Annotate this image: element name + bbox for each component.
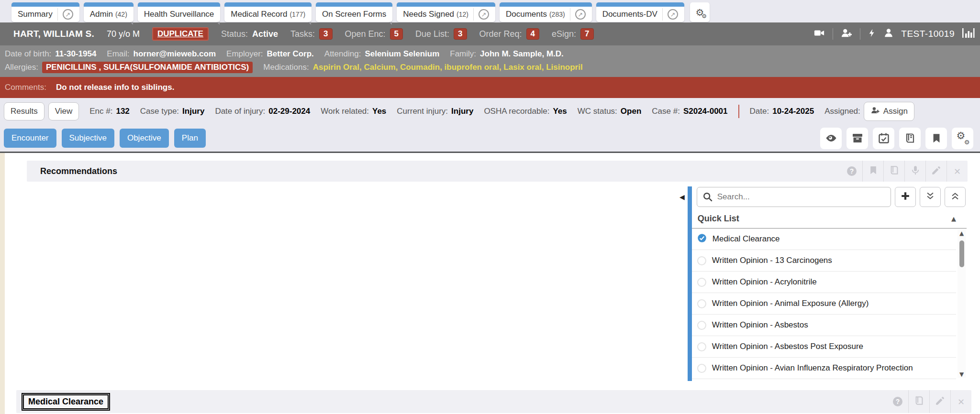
quick-list-panel: ◀ [679,186,967,381]
open-enc-badge[interactable]: 5 [390,28,403,40]
quick-list-header[interactable]: Quick List ▲ [692,210,967,229]
external-link-icon[interactable]: ↗ [473,8,489,21]
duplicate-flag[interactable]: DUPLICATE [152,27,209,41]
esign-badge[interactable]: 7 [580,28,593,40]
tab-label: Documents [506,10,547,19]
book-icon [914,395,924,408]
tab-label: Medical Record [231,10,287,19]
comments-bar: Comments: Do not release info to sibling… [0,77,980,98]
patient-age-sex: 70 y/o M [107,29,140,39]
flowsheet-chart-icon[interactable] [962,27,975,41]
edit-button[interactable] [929,390,950,413]
status-field: Status: Active [221,29,278,39]
order-req-badge[interactable]: 4 [526,28,539,40]
encounter-button[interactable]: Encounter [4,129,56,148]
encounter-nav-bar: Encounter Subjective Objective Plan [0,125,980,152]
external-link-icon[interactable]: ↗ [57,8,73,21]
edit-button[interactable] [925,161,947,182]
help-button[interactable]: ? [887,390,908,413]
tab-needs-signed[interactable]: Needs Signed (12) ↗ [397,2,495,22]
employer-value: Better Corp. [267,49,314,59]
collapse-section-icon[interactable]: ▲ [951,215,956,222]
medical-clearance-title[interactable]: Medical Clearance [23,394,109,409]
date-of-injury-field: Date of injury: 02-29-2024 [215,107,310,116]
medications-value[interactable]: Aspirin Oral, Calcium, Coumadin, ibuprof… [313,63,583,72]
list-item[interactable]: Written Opinion - Animal Exposure (Aller… [692,293,956,315]
view-button[interactable]: View [48,102,79,120]
collapse-panel-icon[interactable]: ◀ [679,193,685,381]
video-camera-icon[interactable] [813,28,825,41]
calendar-button[interactable] [873,128,894,149]
close-button[interactable]: ✕ [947,161,968,182]
tab-summary[interactable]: Summary ↗ [11,2,79,22]
tab-on-screen-forms[interactable]: On Screen Forms [316,2,392,22]
help-icon: ? [893,397,902,406]
add-item-button[interactable] [895,187,916,207]
book-button[interactable] [883,161,904,182]
list-scrollbar[interactable]: ▲ ▼ [958,230,966,378]
due-list-badge[interactable]: 3 [454,28,467,40]
tab-medical-record[interactable]: Medical Record (177) [224,2,312,22]
email-value: horner@mieweb.com [134,49,216,59]
tab-documents-dv[interactable]: Documents-DV ↗ [596,2,684,22]
section-toolbar: ? ✕ [887,390,971,413]
help-button[interactable]: ? [841,161,862,182]
add-person-icon[interactable] [840,28,853,41]
divider [833,28,833,40]
close-button[interactable]: ✕ [950,390,971,413]
list-item[interactable]: Written Opinion - 13 Carcinogens [692,250,956,272]
collapse-all-button[interactable] [945,187,966,207]
demographics-line-1: Date of birth: 11-30-1954 Email: horner@… [5,47,975,61]
list-item[interactable]: Written Opinion - Acrylonitrile [692,272,956,293]
bookmark-button[interactable] [862,161,883,182]
demographics-line-2: Allergies: PENICILLINS , SULFA(SULFONAMI… [5,61,975,74]
medical-clearance-section-header: Medical Clearance ? ✕ [16,390,971,413]
checked-circle-icon [697,233,707,245]
bookmark-button[interactable] [925,128,947,149]
external-link-icon[interactable]: ↗ [570,8,586,21]
list-item[interactable]: Written Opinion - Asbestos [692,315,956,336]
archive-icon [852,132,863,144]
settings-button[interactable]: ⚙⚙ [952,128,973,149]
tab-health-surveillance[interactable]: Health Surveillance [138,2,220,22]
date-field: Date: 10-24-2025 [750,107,814,116]
tab-label: On Screen Forms [322,10,386,19]
pencil-icon [935,396,945,408]
chart-book-button[interactable] [899,128,921,149]
assign-button[interactable]: Assign [864,102,914,121]
scrollbar-thumb[interactable] [959,240,964,267]
person-icon[interactable] [883,28,894,41]
search-field-wrap [697,187,891,207]
list-item[interactable]: Written Opinion - Avian Influenza Respir… [692,358,956,379]
list-item-medical-clearance[interactable]: Medical Clearance [692,229,956,250]
plan-button[interactable]: Plan [174,129,206,148]
lightning-icon[interactable] [868,27,876,41]
tab-count: (12) [457,11,468,18]
archive-button[interactable] [846,128,868,149]
preview-button[interactable] [820,128,842,149]
book-button[interactable] [908,390,929,413]
objective-button[interactable]: Objective [120,129,169,148]
quick-list: Medical Clearance Written Opinion - 13 C… [692,229,967,379]
tasks-badge[interactable]: 3 [319,28,332,40]
expand-all-button[interactable] [920,187,941,207]
search-input[interactable] [697,187,891,207]
tab-settings-button[interactable]: ⚙ ⚙ [690,2,710,22]
scroll-up-icon[interactable]: ▲ [959,230,964,237]
tab-count: (283) [549,11,565,18]
wc-status-field: WC status: Open [578,107,642,116]
tab-documents[interactable]: Documents (283) ↗ [500,2,592,22]
list-item[interactable]: Written Opinion - Asbestos Post Exposure [692,336,956,358]
patient-bar-tools: TEST-10019 [813,27,975,41]
quick-list-title: Quick List [698,214,739,224]
subjective-button[interactable]: Subjective [62,129,114,148]
scroll-down-icon[interactable]: ▼ [959,371,964,378]
tab-admin[interactable]: Admin (42) [84,2,134,22]
external-link-icon[interactable]: ↗ [662,8,678,21]
panel-accent-bar[interactable] [688,186,692,381]
work-related-field: Work related: Yes [321,107,386,116]
allergies-value[interactable]: PENICILLINS , SULFA(SULFONAMIDE ANTIBIOT… [42,62,253,73]
dictate-button[interactable] [904,161,925,182]
results-button[interactable]: Results [4,102,45,120]
add-icon [900,191,911,203]
